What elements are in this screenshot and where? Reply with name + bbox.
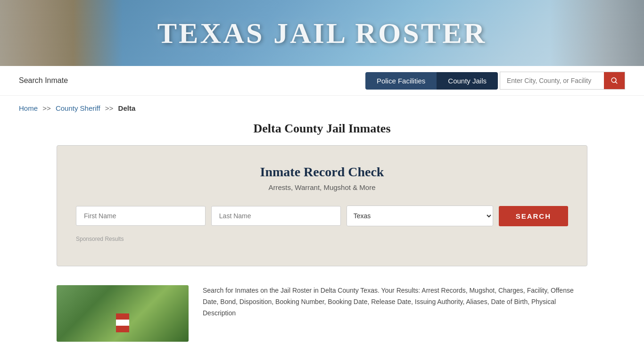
banner-title: Texas Jail Roster [157, 16, 487, 50]
breadcrumb-sep2: >> [105, 104, 114, 112]
state-select[interactable]: TexasAlabamaAlaskaArizonaArkansasCalifor… [347, 206, 493, 226]
police-facilities-button[interactable]: Police Facilities [365, 72, 437, 90]
record-check-form: TexasAlabamaAlaskaArizonaArkansasCalifor… [76, 206, 568, 226]
first-name-input[interactable] [76, 206, 206, 226]
breadcrumb-current: Delta [118, 104, 136, 112]
texas-flag-icon [116, 313, 129, 332]
record-check-box: Inmate Record Check Arrests, Warrant, Mu… [57, 145, 587, 266]
bottom-section: Search for Inmates on the Jail Roster in… [0, 280, 644, 346]
breadcrumb-county-sheriff[interactable]: County Sheriff [56, 104, 100, 112]
facility-search-input[interactable] [500, 73, 604, 89]
breadcrumb-sep1: >> [42, 104, 51, 112]
capitol-image [0, 0, 123, 66]
county-jails-button[interactable]: County Jails [437, 72, 498, 90]
breadcrumb: Home >> County Sheriff >> Delta [0, 96, 644, 117]
navbar-search-label: Search Inmate [19, 76, 68, 85]
search-icon [610, 76, 619, 85]
facility-search-button[interactable] [604, 72, 625, 89]
keys-image [550, 0, 644, 66]
record-check-subtitle: Arrests, Warrant, Mugshot & More [76, 183, 568, 191]
record-search-button[interactable]: SEARCH [499, 206, 568, 226]
bottom-image [57, 285, 189, 342]
sponsored-label: Sponsored Results [76, 236, 568, 242]
record-check-title: Inmate Record Check [76, 165, 568, 180]
bottom-description: Search for Inmates on the Jail Roster in… [203, 285, 587, 319]
breadcrumb-home[interactable]: Home [19, 104, 38, 112]
last-name-input[interactable] [211, 206, 341, 226]
facility-search-wrap [500, 72, 625, 90]
page-title: Delta County Jail Inmates [0, 122, 644, 136]
navbar: Search Inmate Police Facilities County J… [0, 66, 644, 96]
navbar-right: Police Facilities County Jails [365, 72, 625, 90]
header-banner: Texas Jail Roster [0, 0, 644, 66]
